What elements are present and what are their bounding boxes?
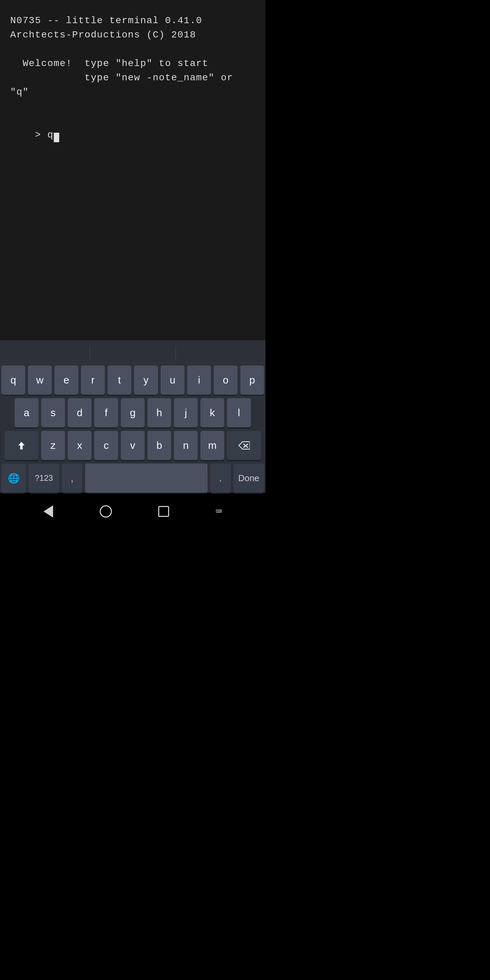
backspace-key[interactable]	[227, 431, 261, 460]
key-k[interactable]: k	[200, 398, 224, 427]
recents-button[interactable]	[158, 506, 169, 517]
key-q[interactable]: q	[2, 366, 25, 395]
terminal-cursor	[54, 133, 59, 142]
key-i[interactable]: i	[187, 366, 211, 395]
keyboard: q w e r t y u i o p a s d f g h j k l	[0, 363, 266, 493]
key-t[interactable]: t	[108, 366, 131, 395]
key-g[interactable]: g	[121, 398, 145, 427]
key-o[interactable]: o	[214, 366, 237, 395]
terminal-line-2: Archtects-Productions (C) 2018	[10, 28, 255, 42]
key-y[interactable]: y	[134, 366, 158, 395]
key-r[interactable]: r	[81, 366, 105, 395]
key-f[interactable]: f	[94, 398, 118, 427]
nav-bar: ⌨	[0, 496, 266, 527]
terminal-line-4: Welcome! type "help" to start	[10, 56, 255, 71]
shift-key[interactable]	[5, 431, 38, 460]
key-j[interactable]: j	[174, 398, 198, 427]
emoji-key[interactable]: 🌐	[2, 463, 26, 493]
key-b[interactable]: b	[147, 431, 171, 460]
key-u[interactable]: u	[161, 366, 185, 395]
keyboard-row-4: 🌐 ?123 , . Done	[2, 463, 264, 493]
key-h[interactable]: h	[147, 398, 171, 427]
keyboard-row-3: z x c v b n m	[2, 431, 264, 460]
terminal-line-3	[10, 42, 255, 56]
terminal-prompt-line: > q	[10, 114, 255, 156]
terminal-input: q	[47, 130, 53, 140]
suggestion-bar	[0, 342, 266, 363]
key-l[interactable]: l	[227, 398, 251, 427]
keyboard-button[interactable]: ⌨	[216, 505, 222, 518]
terminal-line-7	[10, 99, 255, 114]
key-x[interactable]: x	[68, 431, 92, 460]
terminal-prompt: >	[35, 130, 47, 140]
key-v[interactable]: v	[121, 431, 145, 460]
terminal-line-5: type "new -note_name" or	[10, 71, 255, 85]
keyboard-row-2: a s d f g h j k l	[2, 398, 264, 427]
period-key[interactable]: .	[210, 463, 231, 493]
key-m[interactable]: m	[200, 431, 224, 460]
terminal-screen[interactable]: N0735 -- little terminal 0.41.0 Archtect…	[0, 0, 266, 340]
done-key[interactable]: Done	[234, 463, 264, 493]
comma-key[interactable]: ,	[62, 463, 82, 493]
space-key[interactable]	[85, 463, 208, 493]
num-key[interactable]: ?123	[29, 463, 59, 493]
key-c[interactable]: c	[94, 431, 118, 460]
key-e[interactable]: e	[54, 366, 78, 395]
key-w[interactable]: w	[28, 366, 52, 395]
shift-icon	[17, 441, 26, 450]
key-d[interactable]: d	[68, 398, 92, 427]
terminal-line-1: N0735 -- little terminal 0.41.0	[10, 14, 255, 28]
key-p[interactable]: p	[240, 366, 264, 395]
key-a[interactable]: a	[14, 398, 38, 427]
keyboard-row-1: q w e r t y u i o p	[2, 366, 264, 395]
key-z[interactable]: z	[41, 431, 65, 460]
svg-rect-0	[21, 448, 23, 450]
terminal-line-6: "q"	[10, 85, 255, 99]
suggestion-divider-1	[89, 347, 90, 359]
back-button[interactable]	[43, 505, 53, 517]
home-button[interactable]	[100, 505, 112, 517]
key-n[interactable]: n	[174, 431, 198, 460]
keyboard-area: q w e r t y u i o p a s d f g h j k l	[0, 340, 266, 493]
backspace-icon	[238, 441, 250, 450]
key-s[interactable]: s	[41, 398, 65, 427]
